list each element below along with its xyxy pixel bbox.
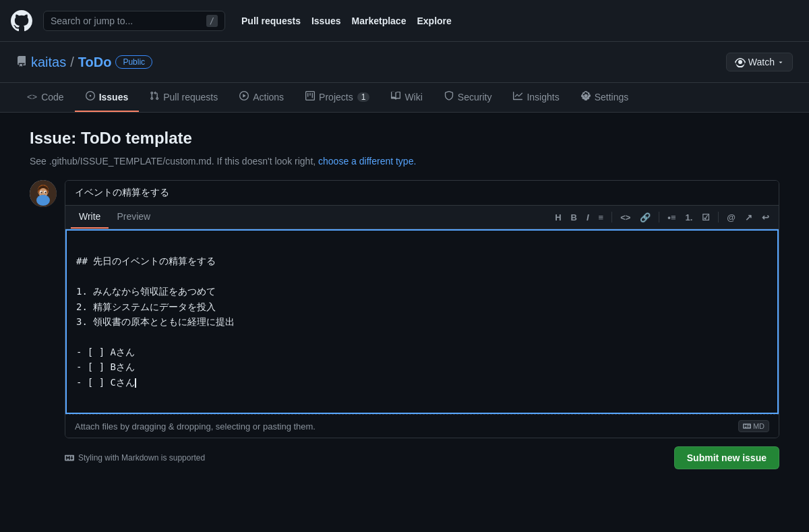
avatar-image bbox=[30, 180, 57, 207]
link-button[interactable]: 🔗 bbox=[636, 210, 655, 225]
tab-wiki[interactable]: Wiki bbox=[380, 83, 433, 112]
nav-explore[interactable]: Explore bbox=[417, 13, 451, 29]
top-nav: Search or jump to... / Pull requests Iss… bbox=[0, 0, 809, 42]
editor-content: ## 先日のイベントの精算をする 1. みんなから領収証をあつめて 2. 精算シ… bbox=[76, 256, 235, 387]
repo-separator: / bbox=[70, 55, 74, 70]
preview-tab[interactable]: Preview bbox=[109, 206, 158, 229]
unordered-list-button[interactable]: •≡ bbox=[663, 210, 680, 225]
tab-wiki-label: Wiki bbox=[404, 92, 422, 102]
italic-button[interactable]: I bbox=[582, 210, 593, 225]
submit-new-issue-button[interactable]: Submit new issue bbox=[674, 446, 779, 469]
issues-icon bbox=[86, 91, 95, 102]
watch-label: Watch bbox=[748, 57, 775, 67]
tab-security[interactable]: Security bbox=[433, 83, 503, 112]
nav-issues[interactable]: Issues bbox=[311, 13, 341, 29]
repo-icon bbox=[16, 55, 27, 70]
tab-insights[interactable]: Insights bbox=[502, 83, 570, 112]
issue-title-input[interactable] bbox=[65, 181, 779, 206]
insights-icon bbox=[513, 91, 522, 102]
tab-security-label: Security bbox=[458, 92, 492, 102]
editor-footer: Styling with Markdown is supported Submi… bbox=[30, 446, 779, 469]
ordered-list-button[interactable]: 1. bbox=[681, 210, 696, 225]
tab-projects-label: Projects bbox=[319, 92, 353, 102]
tab-settings-label: Settings bbox=[595, 92, 629, 102]
svg-point-7 bbox=[44, 191, 46, 193]
heading-button[interactable]: H bbox=[551, 210, 565, 225]
tab-projects[interactable]: Projects 1 bbox=[295, 83, 380, 112]
pr-icon bbox=[150, 91, 159, 102]
toolbar-buttons: H B I ≡ <> 🔗 •≡ 1. ☑ @ ↗ ↩ bbox=[551, 210, 773, 225]
editor-tab-group: Write Preview bbox=[71, 206, 158, 229]
quote-button[interactable]: ≡ bbox=[595, 210, 608, 225]
md-label: MD bbox=[753, 422, 765, 430]
tab-pr-label: Pull requests bbox=[163, 92, 218, 102]
tab-issues[interactable]: Issues bbox=[75, 83, 140, 112]
task-list-button[interactable]: ☑ bbox=[698, 210, 714, 225]
tab-issues-label: Issues bbox=[99, 92, 129, 102]
settings-icon bbox=[581, 91, 591, 102]
svg-point-6 bbox=[40, 191, 42, 193]
main-content: Issue: ToDo template See .github/ISSUE_T… bbox=[13, 113, 796, 485]
toolbar-sep-1 bbox=[611, 212, 612, 223]
tab-insights-label: Insights bbox=[527, 92, 559, 102]
markdown-notice: Styling with Markdown is supported bbox=[65, 453, 205, 463]
file-drop-area[interactable]: Attach files by dragging & dropping, sel… bbox=[65, 414, 779, 438]
repo-header: kaitas / ToDo Public Watch bbox=[0, 42, 809, 83]
repo-tabs: <> Code Issues Pull requests Actions Pro… bbox=[0, 83, 809, 113]
tab-settings[interactable]: Settings bbox=[570, 83, 640, 112]
wiki-icon bbox=[391, 91, 400, 102]
choose-different-type-link[interactable]: choose a different type. bbox=[318, 156, 416, 167]
repo-name-link[interactable]: ToDo bbox=[78, 55, 112, 70]
toolbar-sep-3 bbox=[718, 212, 719, 223]
github-logo-icon bbox=[11, 10, 32, 32]
markdown-badge: MD bbox=[738, 420, 769, 432]
undo-button[interactable]: ↩ bbox=[758, 210, 773, 225]
security-icon bbox=[444, 91, 454, 102]
editor-container: Write Preview H B I ≡ <> 🔗 •≡ 1. ☑ @ bbox=[65, 180, 779, 438]
nav-links: Pull requests Issues Marketplace Explore bbox=[241, 13, 452, 29]
search-placeholder: Search or jump to... bbox=[51, 16, 201, 26]
reference-button[interactable]: ↗ bbox=[741, 210, 756, 225]
code-button[interactable]: <> bbox=[616, 210, 634, 225]
issue-title: Issue: ToDo template bbox=[30, 129, 779, 148]
tab-actions[interactable]: Actions bbox=[229, 83, 295, 112]
svg-point-8 bbox=[36, 195, 50, 206]
search-box[interactable]: Search or jump to... / bbox=[43, 11, 225, 31]
code-icon: <> bbox=[27, 92, 37, 102]
tab-code-label: Code bbox=[41, 92, 63, 102]
tab-actions-label: Actions bbox=[253, 92, 284, 102]
file-drop-text: Attach files by dragging & dropping, sel… bbox=[75, 421, 316, 432]
projects-icon bbox=[305, 91, 315, 102]
template-notice: See .github/ISSUE_TEMPLATE/custom.md. If… bbox=[30, 156, 779, 167]
editor-body[interactable]: ## 先日のイベントの精算をする 1. みんなから領収証をあつめて 2. 精算シ… bbox=[65, 229, 779, 414]
visibility-badge: Public bbox=[115, 55, 152, 69]
mention-button[interactable]: @ bbox=[723, 210, 740, 225]
tab-pull-requests[interactable]: Pull requests bbox=[139, 83, 229, 112]
editor-toolbar: Write Preview H B I ≡ <> 🔗 •≡ 1. ☑ @ bbox=[65, 206, 779, 229]
breadcrumb: kaitas / ToDo Public bbox=[16, 55, 152, 70]
markdown-notice-text: Styling with Markdown is supported bbox=[78, 453, 205, 463]
watch-button[interactable]: Watch bbox=[726, 53, 793, 71]
tab-code[interactable]: <> Code bbox=[16, 83, 75, 112]
repo-owner-link[interactable]: kaitas bbox=[31, 55, 66, 70]
avatar bbox=[30, 180, 57, 207]
toolbar-sep-2 bbox=[659, 212, 659, 223]
nav-pull-requests[interactable]: Pull requests bbox=[241, 13, 301, 29]
bold-button[interactable]: B bbox=[567, 210, 581, 225]
nav-marketplace[interactable]: Marketplace bbox=[352, 13, 407, 29]
editor-section: Write Preview H B I ≡ <> 🔗 •≡ 1. ☑ @ bbox=[30, 180, 779, 438]
search-kbd: / bbox=[206, 15, 218, 27]
projects-badge: 1 bbox=[357, 92, 370, 102]
write-tab[interactable]: Write bbox=[71, 206, 109, 229]
actions-icon bbox=[239, 91, 249, 102]
